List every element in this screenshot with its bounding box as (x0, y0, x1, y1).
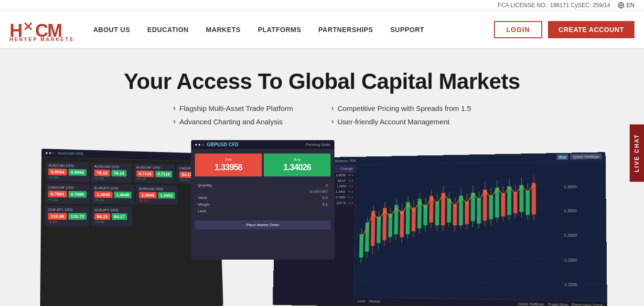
logo: HCM HENYEP MARKETS (10, 17, 74, 42)
hero-features: › Flagship Multi-Asset Trade Platform › … (29, 104, 615, 126)
arrow-icon-1: › (173, 104, 175, 112)
nav-platforms[interactable]: PLATFORMS (258, 24, 301, 35)
header: HCM HENYEP MARKETS ABOUT US EDUCATION MA… (0, 11, 644, 49)
platform-showcase: ● ● ○ AUGUSD CFD AUDCAD CFD0.90540.9056+… (29, 140, 615, 306)
svg-line-16 (378, 211, 379, 249)
svg-text:1.3200: 1.3200 (564, 282, 577, 287)
nav-markets[interactable]: MARKETS (206, 24, 241, 35)
svg-line-34 (431, 189, 431, 228)
nav-support[interactable]: SUPPORT (390, 24, 424, 35)
arrow-icon-3: › (331, 104, 333, 112)
svg-line-40 (449, 192, 450, 227)
svg-line-36 (437, 194, 438, 231)
svg-line-32 (425, 198, 426, 231)
svg-text:1.3500: 1.3500 (564, 208, 577, 214)
main-nav: ABOUT US EDUCATION MARKETS PLATFORMS PAR… (93, 24, 494, 35)
header-actions: LOGIN CREATE ACCOUNT (494, 21, 634, 38)
create-account-button[interactable]: CREATE ACCOUNT (548, 21, 634, 38)
nav-about-us[interactable]: ABOUT US (93, 24, 130, 35)
svg-text:1.3400: 1.3400 (564, 232, 577, 238)
logo-subtitle: HENYEP MARKETS (10, 37, 74, 42)
nav-education[interactable]: EDUCATION (147, 24, 189, 35)
top-bar: FCA LICENSE NO.: 186171 CySEC: 259/14 EN (0, 0, 644, 11)
feature-3: › Competitive Pricing with Spreads from … (331, 104, 471, 112)
feature-4: › User-friendly Account Management (331, 117, 471, 126)
svg-text:1.3300: 1.3300 (564, 257, 577, 262)
feature-1-text: Flagship Multi-Asset Trade Platform (180, 104, 293, 112)
login-button[interactable]: LOGIN (494, 21, 542, 38)
feature-2: › Advanced Charting and Analysis (173, 117, 293, 126)
license-text: FCA LICENSE NO.: 186171 CySEC: 259/14 (498, 2, 610, 9)
live-chat-button[interactable]: LIVE CHAT (630, 124, 644, 182)
language-selector[interactable]: EN (618, 2, 634, 9)
feature-1: › Flagship Multi-Asset Trade Platform (173, 104, 293, 112)
features-col-right: › Competitive Pricing with Spreads from … (331, 104, 471, 126)
svg-line-28 (413, 200, 414, 237)
features-col-left: › Flagship Multi-Asset Trade Platform › … (173, 104, 293, 126)
hero-section: Your Access To Global Capital Markets › … (0, 49, 644, 306)
arrow-icon-4: › (331, 117, 333, 126)
order-panel-screen: ● ● ○ GBPUSD CFD Pending Order Sell 1.33… (191, 140, 334, 260)
svg-line-42 (455, 197, 455, 231)
svg-line-20 (390, 208, 390, 243)
hero-title: Your Access To Global Capital Markets (29, 68, 615, 94)
nav-partnerships[interactable]: PARTNERSHIPS (318, 24, 373, 35)
feature-4-text: User-friendly Account Management (337, 118, 449, 126)
price-chart: 1.3600 1.3500 1.3400 1.3300 1.3200 (354, 161, 607, 306)
svg-text:1.3600: 1.3600 (564, 184, 577, 189)
globe-icon (618, 2, 624, 9)
svg-line-10 (361, 229, 362, 263)
lang-label: EN (626, 2, 634, 9)
svg-line-44 (461, 188, 462, 230)
feature-2-text: Advanced Charting and Analysis (180, 118, 283, 126)
arrow-icon-2: › (173, 117, 175, 126)
feature-3-text: Competitive Pricing with Spreads from 1.… (337, 104, 471, 112)
live-chat-label: LIVE CHAT (633, 134, 640, 172)
